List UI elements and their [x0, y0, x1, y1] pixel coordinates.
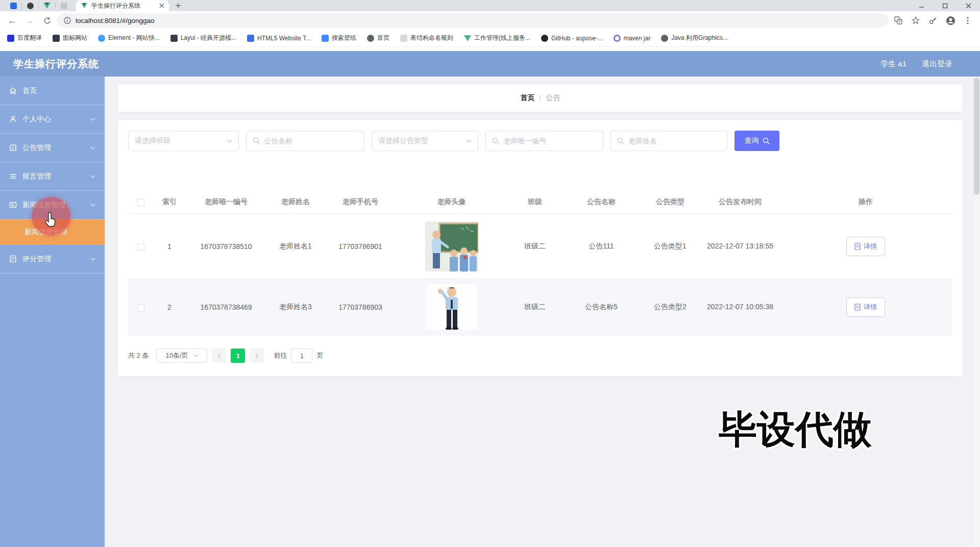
site-info-icon[interactable] — [64, 17, 71, 24]
cell-index: 2 — [154, 279, 185, 335]
detail-button[interactable]: 详情 — [846, 297, 885, 317]
news-icon — [9, 201, 17, 209]
forward-button[interactable]: → — [22, 13, 37, 28]
notice-icon — [9, 144, 17, 152]
current-user-label[interactable]: 学生 a1 — [880, 59, 906, 69]
col-header-publish-time: 公告发布时间 — [701, 191, 779, 214]
sidebar-item-news-management[interactable]: 新闻信息管理 — [0, 191, 105, 219]
col-header-notice-name: 公告名称 — [564, 191, 639, 214]
pinned-tab-blue[interactable] — [5, 3, 21, 9]
breadcrumb-home[interactable]: 首页 — [521, 93, 535, 103]
sidebar-subitem-news-info-management-active[interactable]: 新闻信息管理 — [0, 219, 105, 245]
list-icon — [9, 172, 17, 180]
page-number-current[interactable]: 1 — [231, 349, 245, 363]
sidebar-item-personal-center[interactable]: 个人中心 — [0, 105, 105, 134]
bookmark-item[interactable]: Java 利用Graphics... — [661, 34, 728, 42]
app-title: 学生操行评分系统 — [13, 57, 99, 71]
layui-favicon — [170, 35, 178, 42]
minimize-button[interactable] — [910, 0, 933, 11]
prev-page-button[interactable] — [212, 349, 226, 363]
score-icon — [9, 255, 17, 263]
sidebar-item-score-management[interactable]: 评分管理 — [0, 245, 105, 274]
bookmark-item[interactable]: Layui - 经典开源模... — [170, 34, 236, 42]
chevron-down-icon — [227, 139, 232, 143]
document-icon — [854, 243, 861, 250]
cell-index: 1 — [154, 214, 185, 279]
chevron-down-icon — [90, 146, 95, 150]
password-key-icon[interactable] — [926, 14, 940, 27]
blue-app-icon — [10, 3, 17, 9]
chevron-left-icon — [217, 353, 221, 359]
tab-close-icon[interactable] — [159, 3, 164, 8]
goto-page: 前往 页 — [274, 349, 323, 363]
translate-icon[interactable] — [891, 14, 905, 27]
goto-page-input[interactable] — [291, 349, 312, 363]
sidebar-item-notice-management[interactable]: 公告管理 — [0, 134, 105, 162]
watermark-text: 毕设代做 — [719, 408, 872, 451]
browser-menu-icon[interactable] — [961, 14, 975, 27]
main-content: 首页 / 公告 请选择班级 请选择公告类型 — [105, 77, 972, 547]
search-button[interactable]: 查询 — [734, 131, 779, 151]
teacher-name-input[interactable] — [628, 137, 721, 145]
close-window-button[interactable] — [957, 0, 980, 11]
next-page-button[interactable] — [250, 349, 264, 363]
select-all-checkbox[interactable] — [137, 199, 144, 206]
cell-publish-time: 2022-12-07 13:18:55 — [701, 214, 779, 279]
wallpaper-favicon — [322, 35, 329, 42]
bookmark-item[interactable]: HTML5 Website T... — [247, 35, 311, 42]
pinned-tab-globe[interactable] — [22, 3, 38, 9]
bookmarks-bar: 百度翻译 图标网站 Element - 网站快... Layui - 经典开源模… — [0, 30, 980, 47]
notice-name-input-wrap — [246, 131, 364, 151]
breadcrumb: 首页 / 公告 — [117, 84, 963, 112]
row-checkbox[interactable] — [137, 243, 144, 251]
browser-address-bar: ← → localhost:8081/#/gonggao — [0, 11, 980, 30]
bookmark-item[interactable]: GitHub - aspose-... — [541, 35, 603, 42]
scrollbar-thumb[interactable] — [974, 78, 979, 195]
search-icon — [763, 137, 770, 144]
teacher-avatar-image — [426, 284, 477, 330]
page-unit-label: 页 — [316, 351, 323, 360]
bookmark-item[interactable]: 表结构命名规则 — [400, 34, 453, 42]
pinned-tab-muted[interactable] — [56, 3, 72, 9]
notice-name-input[interactable] — [264, 137, 358, 145]
sidebar-item-message-management[interactable]: 留言管理 — [0, 162, 105, 191]
reload-button[interactable] — [40, 13, 54, 28]
detail-button[interactable]: 详情 — [846, 237, 885, 256]
col-header-class: 班级 — [506, 191, 564, 214]
bookmark-item[interactable]: 百度翻译 — [7, 34, 42, 42]
row-checkbox[interactable] — [137, 304, 144, 311]
maximize-button[interactable] — [933, 0, 957, 11]
bookmark-item[interactable]: 搜索壁纸 — [322, 34, 356, 42]
pinned-tab-vue[interactable] — [39, 3, 55, 9]
active-browser-tab[interactable]: 学生操行评分系统 — [76, 0, 169, 11]
cell-notice-type: 公告类型2 — [639, 279, 701, 335]
bookmark-item[interactable]: 图标网站 — [53, 34, 87, 42]
chevron-down-icon — [466, 139, 472, 143]
sidebar-item-home[interactable]: 首页 — [0, 77, 105, 105]
url-omnibox[interactable]: localhost:8081/#/gonggao — [57, 13, 888, 28]
bookmark-item[interactable]: maven jar — [614, 35, 651, 42]
back-button[interactable]: ← — [5, 13, 19, 28]
bookmark-item[interactable]: 工作管理(线上服务... — [464, 34, 530, 42]
page-top-strip — [0, 47, 980, 51]
pagination: 共 2 条 10条/页 1 前往 页 — [128, 349, 952, 363]
cell-notice-type: 公告类型1 — [639, 214, 701, 279]
pinned-tabs — [0, 0, 72, 11]
new-tab-button[interactable] — [169, 0, 187, 11]
vue-favicon — [81, 3, 87, 8]
logout-link[interactable]: 退出登录 — [922, 59, 952, 69]
content-card: 请选择班级 请选择公告类型 — [117, 119, 963, 377]
github-favicon — [541, 35, 548, 42]
vue-work-favicon — [464, 35, 471, 41]
teacher-id-input[interactable] — [503, 137, 597, 145]
notice-type-select[interactable]: 请选择公告类型 — [372, 131, 478, 151]
bookmark-star-icon[interactable] — [909, 14, 923, 27]
browser-scrollbar[interactable] — [972, 77, 980, 547]
page-size-select[interactable]: 10条/页 — [156, 349, 207, 363]
teacher-avatar-image — [425, 221, 478, 271]
bookmark-item[interactable]: 首页 — [367, 34, 389, 42]
chevron-down-icon — [193, 354, 199, 357]
profile-avatar-icon[interactable] — [943, 14, 958, 27]
class-select[interactable]: 请选择班级 — [128, 131, 239, 151]
bookmark-item[interactable]: Element - 网站快... — [98, 34, 160, 42]
